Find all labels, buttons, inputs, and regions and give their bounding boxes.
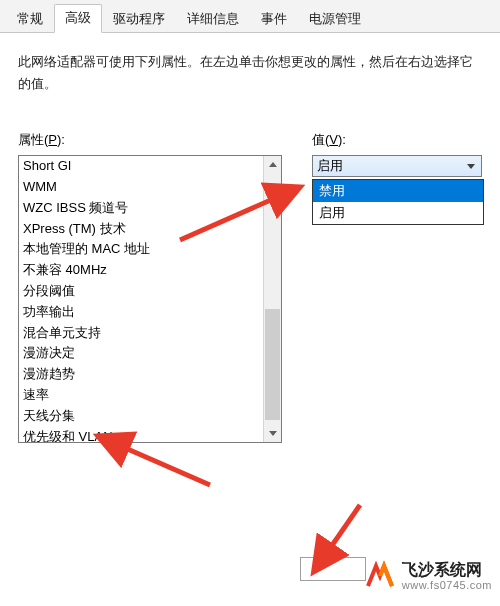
- list-item[interactable]: 优先级和 VLAN: [19, 427, 264, 443]
- tab-power[interactable]: 电源管理: [298, 5, 372, 33]
- list-item[interactable]: Short GI: [19, 156, 264, 177]
- list-item[interactable]: 本地管理的 MAC 地址: [19, 239, 264, 260]
- list-item[interactable]: 不兼容 40MHz: [19, 260, 264, 281]
- value-combo[interactable]: 启用 禁用 启用: [312, 155, 482, 225]
- dropdown-item[interactable]: 禁用: [313, 180, 483, 202]
- combo-current-value: 启用: [317, 157, 343, 175]
- tab-general[interactable]: 常规: [6, 5, 54, 33]
- dropdown-item[interactable]: 启用: [313, 202, 483, 224]
- list-item[interactable]: 速率: [19, 385, 264, 406]
- tab-advanced[interactable]: 高级: [54, 4, 102, 33]
- chevron-down-icon: [269, 431, 277, 436]
- properties-dialog: 常规 高级 驱动程序 详细信息 事件 电源管理 此网络适配器可使用下列属性。在左…: [0, 0, 500, 606]
- property-label: 属性(P):: [18, 131, 282, 149]
- tab-details[interactable]: 详细信息: [176, 5, 250, 33]
- scroll-down-button[interactable]: [264, 425, 281, 442]
- chevron-up-icon: [269, 162, 277, 167]
- list-item[interactable]: XPress (TM) 技术: [19, 219, 264, 240]
- list-item[interactable]: 分段阈值: [19, 281, 264, 302]
- value-label: 值(V):: [312, 131, 482, 149]
- listbox-scrollbar[interactable]: [263, 156, 281, 442]
- scroll-thumb[interactable]: [265, 309, 280, 420]
- advanced-panel: 此网络适配器可使用下列属性。在左边单击你想更改的属性，然后在右边选择它的值。 属…: [0, 33, 500, 606]
- tab-bar: 常规 高级 驱动程序 详细信息 事件 电源管理: [0, 0, 500, 33]
- tab-driver[interactable]: 驱动程序: [102, 5, 176, 33]
- ok-button[interactable]: [300, 557, 366, 581]
- value-dropdown: 禁用 启用: [312, 179, 484, 225]
- scroll-up-button[interactable]: [264, 156, 281, 173]
- list-item[interactable]: 漫游趋势: [19, 364, 264, 385]
- property-listbox[interactable]: Short GI WMM WZC IBSS 频道号 XPress (TM) 技术…: [18, 155, 282, 443]
- list-item[interactable]: WMM: [19, 177, 264, 198]
- list-item[interactable]: 混合单元支持: [19, 323, 264, 344]
- scroll-track[interactable]: [264, 173, 281, 425]
- list-item[interactable]: WZC IBSS 频道号: [19, 198, 264, 219]
- list-item[interactable]: 天线分集: [19, 406, 264, 427]
- panel-description: 此网络适配器可使用下列属性。在左边单击你想更改的属性，然后在右边选择它的值。: [18, 51, 482, 95]
- list-item[interactable]: 漫游决定: [19, 343, 264, 364]
- list-item[interactable]: 功率输出: [19, 302, 264, 323]
- chevron-down-icon: [467, 164, 475, 169]
- tab-events[interactable]: 事件: [250, 5, 298, 33]
